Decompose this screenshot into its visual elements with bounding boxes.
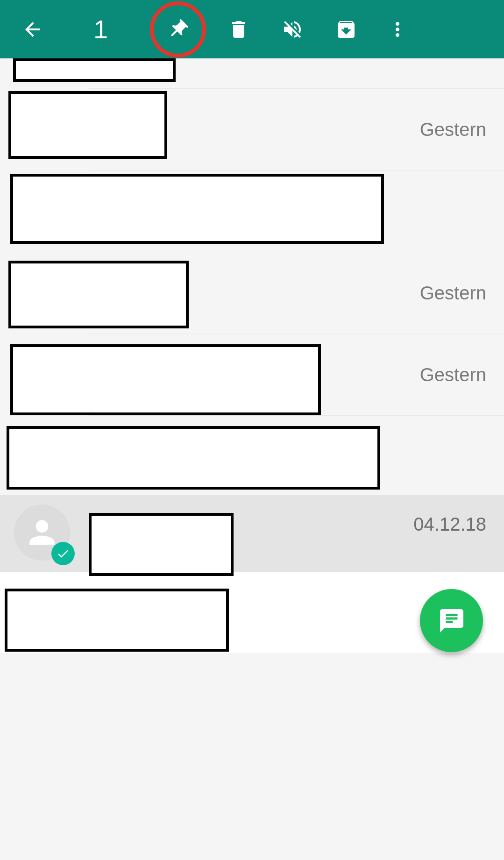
trash-icon [227,18,250,41]
selection-toolbar: 1 [0,0,504,58]
mute-icon [281,18,304,41]
back-button[interactable] [19,15,47,43]
new-chat-icon [438,607,466,635]
selected-check-badge [51,542,75,565]
redaction-box [13,58,176,82]
pin-button[interactable] [164,15,192,43]
chat-date: Gestern [420,119,486,140]
new-chat-fab[interactable] [420,589,483,652]
chat-date: Gestern [420,283,486,304]
redaction-box [5,589,229,652]
archive-button[interactable] [332,15,360,43]
more-vert-icon [386,18,409,41]
redaction-box [7,426,380,490]
chat-date: 04.12.18 [413,514,486,535]
selected-count: 1 [93,14,108,44]
pin-icon [162,14,194,45]
chat-item-selected[interactable]: 04.12.18 [0,495,504,572]
mute-button[interactable] [278,15,306,43]
redaction-box [8,91,167,159]
archive-icon [335,18,357,41]
check-icon [56,547,70,561]
redaction-box [10,174,384,244]
back-arrow-icon [21,18,44,41]
avatar-wrap [14,505,72,563]
more-button[interactable] [383,15,412,43]
delete-button[interactable] [225,15,253,43]
redaction-box [89,513,234,576]
redaction-box [8,261,189,328]
redaction-box [10,344,321,415]
chat-date: Gestern [420,364,486,385]
